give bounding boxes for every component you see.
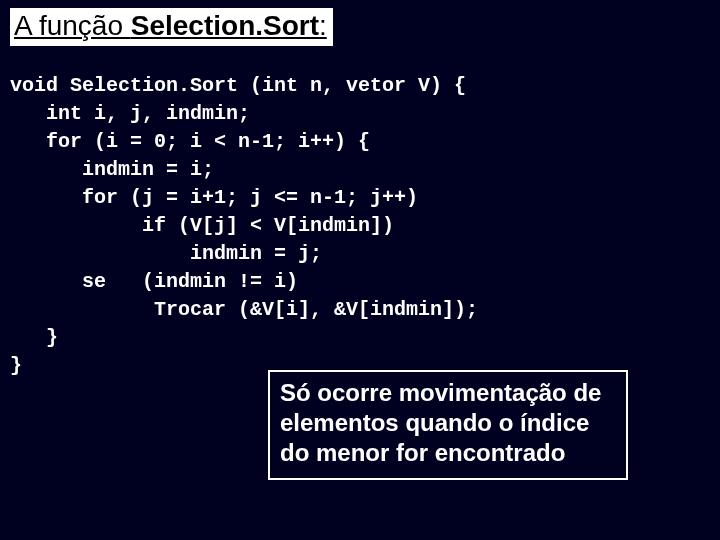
code-block: void Selection.Sort (int n, vetor V) { i…: [10, 72, 478, 380]
title-bold: Selection.Sort: [131, 10, 319, 41]
title-text: A função Selection.Sort:: [14, 10, 327, 41]
title-prefix: A função: [14, 10, 131, 41]
note-text: Só ocorre movimentação de elementos quan…: [280, 379, 601, 466]
title-suffix: :: [319, 10, 327, 41]
slide-title: A função Selection.Sort:: [10, 8, 333, 46]
slide: A função Selection.Sort: void Selection.…: [0, 0, 720, 540]
note-box: Só ocorre movimentação de elementos quan…: [268, 370, 628, 480]
